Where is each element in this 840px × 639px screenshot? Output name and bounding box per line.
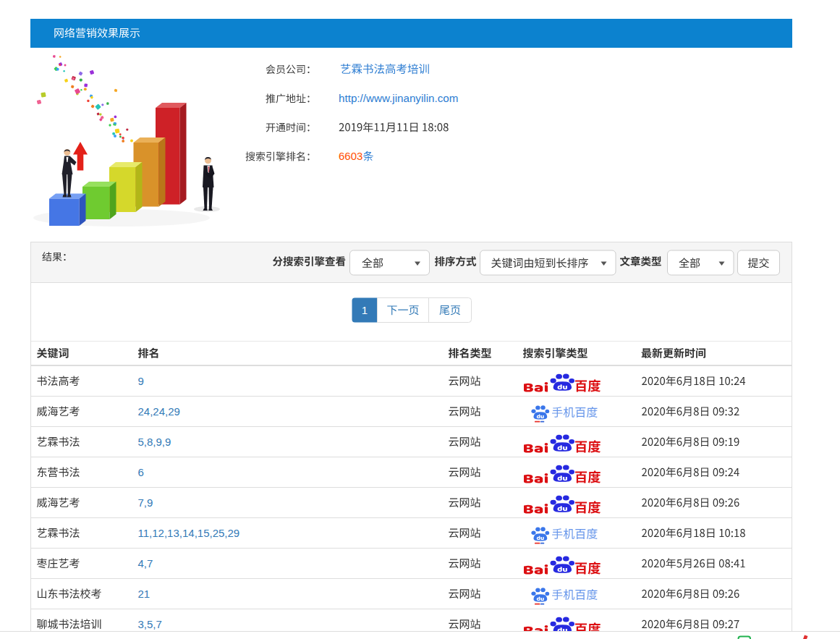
- svg-text:11,12,13,14,15,25,29: 11,12,13,14,15,25,29: [138, 527, 240, 539]
- svg-text:7,9: 7,9: [138, 496, 153, 509]
- svg-text:1: 1: [362, 304, 368, 316]
- svg-text:5,8,9,9: 5,8,9,9: [138, 436, 171, 448]
- svg-text:4,7: 4,7: [138, 557, 153, 570]
- svg-text:9: 9: [138, 375, 144, 387]
- svg-text:6603: 6603: [339, 150, 362, 162]
- svg-text:21: 21: [138, 588, 150, 600]
- svg-text:3,5,7: 3,5,7: [138, 618, 162, 630]
- svg-text:6: 6: [138, 466, 144, 478]
- svg-text:24,24,29: 24,24,29: [138, 405, 180, 418]
- svg-text:http://www.jinanyilin.com: http://www.jinanyilin.com: [339, 92, 458, 104]
